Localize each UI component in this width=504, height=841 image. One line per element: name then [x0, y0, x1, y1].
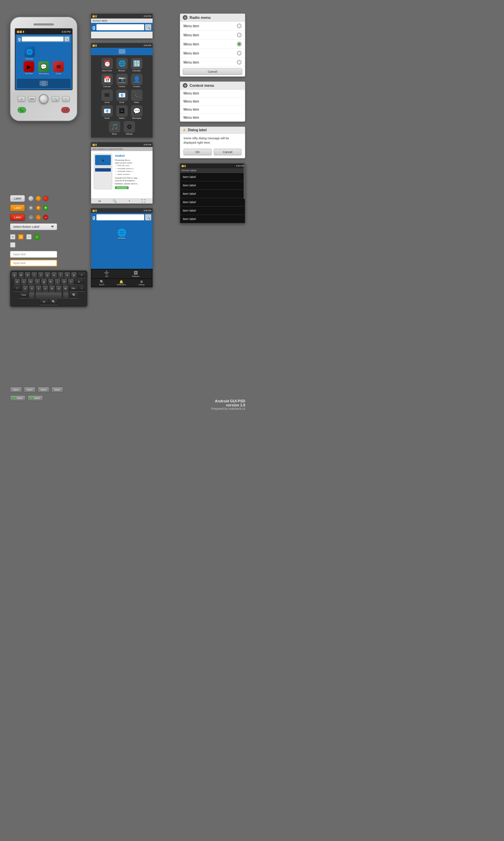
key-p[interactable]: p [71, 272, 77, 278]
phone-trackball[interactable] [39, 94, 48, 104]
key-n[interactable]: n [56, 285, 62, 291]
key-l[interactable]: l [68, 278, 74, 285]
radio-item-3[interactable]: Menu item [180, 49, 245, 58]
btn-default-0[interactable]: Label [10, 195, 25, 202]
phone-search-input[interactable] [22, 37, 64, 41]
key-r[interactable]: r [31, 272, 37, 278]
phone-call-end[interactable]: 📵 [61, 107, 70, 113]
drawer-camera[interactable]: 📷 Camera [115, 73, 129, 88]
key-search[interactable]: 🔍 [70, 292, 78, 298]
dark-list-item-2[interactable]: Item label [180, 190, 245, 198]
drawer-messaging[interactable]: 💬 Messaging [130, 105, 144, 120]
key-x[interactable]: x [29, 285, 35, 291]
screen4-settings[interactable]: ⚙ Settings [139, 280, 144, 286]
screen4-search-btn[interactable]: 🔍 [145, 214, 151, 220]
drawer-gallery[interactable]: 🖼 Gallery [115, 105, 129, 120]
context-item-0[interactable]: Menu item [180, 89, 245, 98]
key-j[interactable]: j [54, 278, 60, 285]
key-alt[interactable]: Alt [40, 299, 48, 305]
screen4-wallpaper[interactable]: 🖼 Wallpaper [132, 271, 140, 277]
key-b[interactable]: b [49, 285, 55, 291]
zoom-out-icon[interactable]: 🔍 [112, 199, 116, 203]
key-k[interactable]: k [61, 278, 67, 285]
radio-btn-4[interactable] [237, 60, 241, 65]
dark-list-item-1[interactable]: Item label [180, 181, 245, 190]
drawer-calendar[interactable]: 📅 Calendar [100, 73, 114, 88]
context-item-2[interactable]: Menu item [180, 106, 245, 114]
drawer-gmail[interactable]: ✉ Gmail [100, 89, 114, 104]
key-search-2[interactable]: 🔍 [49, 299, 58, 305]
checkbox-check-gray[interactable]: ✓ [26, 234, 32, 240]
tab-2[interactable]: label [38, 387, 49, 393]
key-paren[interactable]: ) [79, 285, 85, 291]
key-d[interactable]: d [28, 278, 34, 285]
phone-search-btn[interactable]: 🔍 [52, 96, 59, 102]
btn-red-0[interactable]: Label [10, 214, 25, 221]
drawer-calculator[interactable]: 🔢 Calculator [130, 57, 144, 72]
screen1-search-input[interactable] [96, 24, 144, 30]
key-c[interactable]: c [36, 285, 42, 291]
key-f[interactable]: f [34, 278, 40, 285]
dark-list-item-0[interactable]: Item label [180, 173, 245, 181]
dialog-cancel-btn[interactable]: Cancel [214, 149, 242, 155]
phone-back-btn[interactable]: ← [62, 96, 70, 102]
browser-home-icon[interactable]: 🌐 [117, 228, 126, 237]
radio-cancel-btn[interactable]: Cancel [183, 68, 242, 75]
key-period[interactable]: . [63, 292, 69, 298]
dark-list-item-3[interactable]: Item label [180, 198, 245, 207]
radio-btn-2[interactable] [237, 42, 241, 47]
key-s[interactable]: s [21, 278, 27, 285]
key-e[interactable]: e [24, 272, 31, 278]
key-y[interactable]: y [44, 272, 50, 278]
phone-call-accept[interactable]: 📞 [17, 107, 26, 113]
radio-item-0[interactable]: Menu item [180, 21, 245, 31]
context-item-1[interactable]: Menu item [180, 98, 245, 106]
screen4-search-action[interactable]: 🔍 Search [99, 280, 105, 286]
screen4-search-input[interactable] [96, 214, 144, 220]
radio-item-2[interactable]: Menu item [180, 40, 245, 49]
zoom-in-icon[interactable]: + [128, 200, 130, 203]
radio-item-4[interactable]: Menu item [180, 58, 245, 67]
dark-list-item-4[interactable]: Item label [180, 207, 245, 215]
dark-list-item-5[interactable]: Item label [180, 215, 245, 223]
phone-search-icon[interactable]: 🔍 [65, 37, 69, 41]
drawer-music[interactable]: 🎵 Music [108, 120, 122, 136]
drawer-email[interactable]: 📧 Email [115, 89, 129, 104]
checkbox-check-green[interactable]: ✓ [34, 234, 40, 240]
app-browser[interactable]: 🌐 Browser [23, 47, 36, 60]
key-o[interactable]: o [64, 272, 70, 278]
phone-home-btn[interactable]: ⌂ [18, 96, 25, 102]
key-z[interactable]: z [22, 285, 28, 291]
drawer-dialer[interactable]: 📞 Dialer [130, 89, 144, 104]
tab-3[interactable]: label [51, 387, 63, 393]
input-field-focused[interactable]: Input text [10, 260, 57, 267]
drawer-browser[interactable]: 🌐 Browser [115, 57, 129, 72]
key-P-upper[interactable]: P [78, 272, 86, 278]
check-tab-1[interactable]: ✓ label [28, 395, 43, 401]
key-shift[interactable]: ⇧ [13, 285, 21, 291]
context-item-3[interactable]: Menu item [180, 114, 245, 121]
fullscreen-icon[interactable]: ⛶ [142, 199, 145, 203]
app-messaging[interactable]: 💬 Messaging [37, 61, 50, 75]
app-youtube[interactable]: ▶ YouTube [22, 61, 36, 75]
tab-1[interactable]: label [24, 387, 36, 393]
key-w[interactable]: w [18, 272, 24, 278]
screen4-notifications[interactable]: 🔔 Notifications [117, 280, 126, 286]
radio-btn-0[interactable] [237, 23, 241, 28]
phone-menu-btn[interactable]: menu [28, 96, 36, 102]
key-g[interactable]: g [41, 278, 47, 285]
key-comma[interactable]: , [29, 292, 35, 298]
drawer-email2[interactable]: 📧 Email [100, 105, 114, 120]
key-m[interactable]: m [62, 285, 69, 291]
input-field-0[interactable]: Input text [10, 251, 57, 258]
drawer-settings[interactable]: ⚙ Settings [122, 120, 137, 136]
radio-item-1[interactable]: Menu item [180, 31, 245, 40]
drawer-contacts[interactable]: 👤 Contacts [130, 73, 144, 88]
key-v[interactable]: v [42, 285, 48, 291]
dialog-ok-btn[interactable]: OK [183, 149, 212, 155]
key-q[interactable]: q [12, 272, 17, 278]
app-gmail[interactable]: ✉ Gmail [52, 61, 65, 75]
radio-btn-1[interactable] [237, 33, 241, 37]
screen4-add[interactable]: ➕ Add [104, 271, 109, 277]
select-dropdown[interactable]: Select Button Label [10, 223, 57, 230]
